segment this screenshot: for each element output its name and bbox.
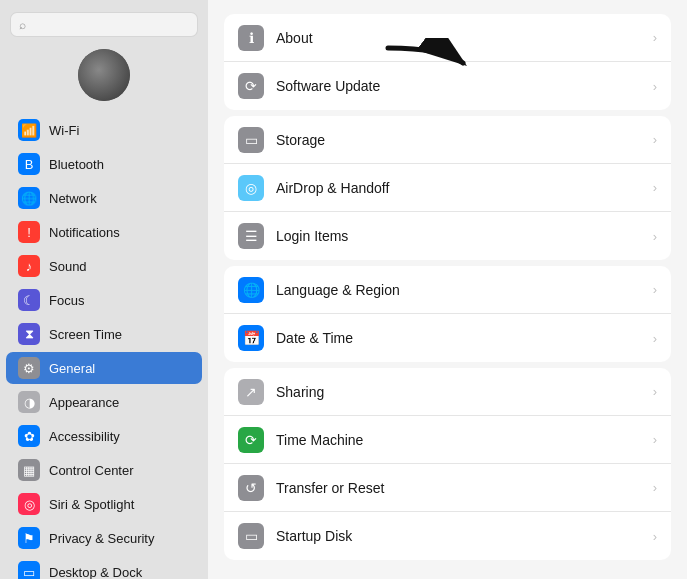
- appearance-icon: ◑: [18, 391, 40, 413]
- sidebar-label-privacy-security: Privacy & Security: [49, 531, 154, 546]
- settings-group-group3: 🌐Language & Region›📅Date & Time›: [224, 266, 671, 362]
- bluetooth-icon: B: [18, 153, 40, 175]
- date-time-icon: 📅: [238, 325, 264, 351]
- settings-row-sharing[interactable]: ↗Sharing›: [224, 368, 671, 416]
- sidebar-items: 📶Wi-FiBBluetooth🌐Network!Notifications♪S…: [0, 113, 208, 579]
- settings-row-transfer-reset[interactable]: ↺Transfer or Reset›: [224, 464, 671, 512]
- row-label-login-items: Login Items: [276, 228, 641, 244]
- wifi-icon: 📶: [18, 119, 40, 141]
- search-input[interactable]: [31, 17, 189, 32]
- sidebar-item-accessibility[interactable]: ✿Accessibility: [6, 420, 202, 452]
- settings-row-language-region[interactable]: 🌐Language & Region›: [224, 266, 671, 314]
- sidebar-item-appearance[interactable]: ◑Appearance: [6, 386, 202, 418]
- general-icon: ⚙: [18, 357, 40, 379]
- settings-row-about[interactable]: ℹAbout›: [224, 14, 671, 62]
- login-items-icon: ☰: [238, 223, 264, 249]
- sidebar-item-screen-time[interactable]: ⧗Screen Time: [6, 318, 202, 350]
- sidebar-label-general: General: [49, 361, 95, 376]
- settings-group-group4: ↗Sharing›⟳Time Machine›↺Transfer or Rese…: [224, 368, 671, 560]
- settings-row-software-update[interactable]: ⟳Software Update›: [224, 62, 671, 110]
- software-update-icon: ⟳: [238, 73, 264, 99]
- row-label-airdrop-handoff: AirDrop & Handoff: [276, 180, 641, 196]
- sidebar-label-sound: Sound: [49, 259, 87, 274]
- privacy-security-icon: ⚑: [18, 527, 40, 549]
- settings-row-login-items[interactable]: ☰Login Items›: [224, 212, 671, 260]
- chevron-icon-startup-disk: ›: [653, 529, 657, 544]
- sidebar-item-network[interactable]: 🌐Network: [6, 182, 202, 214]
- focus-icon: ☾: [18, 289, 40, 311]
- sharing-icon: ↗: [238, 379, 264, 405]
- about-icon: ℹ: [238, 25, 264, 51]
- chevron-icon-software-update: ›: [653, 79, 657, 94]
- chevron-icon-storage: ›: [653, 132, 657, 147]
- search-icon: ⌕: [19, 18, 26, 32]
- storage-icon: ▭: [238, 127, 264, 153]
- row-label-sharing: Sharing: [276, 384, 641, 400]
- sidebar-label-focus: Focus: [49, 293, 84, 308]
- sidebar-label-wifi: Wi-Fi: [49, 123, 79, 138]
- sound-icon: ♪: [18, 255, 40, 277]
- row-label-language-region: Language & Region: [276, 282, 641, 298]
- sidebar-label-appearance: Appearance: [49, 395, 119, 410]
- startup-disk-icon: ▭: [238, 523, 264, 549]
- sidebar-label-bluetooth: Bluetooth: [49, 157, 104, 172]
- sidebar-item-bluetooth[interactable]: BBluetooth: [6, 148, 202, 180]
- row-label-storage: Storage: [276, 132, 641, 148]
- sidebar-label-accessibility: Accessibility: [49, 429, 120, 444]
- sidebar-item-general[interactable]: ⚙General: [6, 352, 202, 384]
- chevron-icon-date-time: ›: [653, 331, 657, 346]
- sidebar-label-network: Network: [49, 191, 97, 206]
- settings-row-storage[interactable]: ▭Storage›: [224, 116, 671, 164]
- time-machine-icon: ⟳: [238, 427, 264, 453]
- settings-row-date-time[interactable]: 📅Date & Time›: [224, 314, 671, 362]
- siri-spotlight-icon: ◎: [18, 493, 40, 515]
- chevron-icon-time-machine: ›: [653, 432, 657, 447]
- sidebar: ⌕ 📶Wi-FiBBluetooth🌐Network!Notifications…: [0, 0, 208, 579]
- transfer-reset-icon: ↺: [238, 475, 264, 501]
- search-bar[interactable]: ⌕: [10, 12, 198, 37]
- settings-group-group1: ℹAbout›⟳Software Update›: [224, 14, 671, 110]
- accessibility-icon: ✿: [18, 425, 40, 447]
- network-icon: 🌐: [18, 187, 40, 209]
- control-center-icon: ▦: [18, 459, 40, 481]
- row-label-startup-disk: Startup Disk: [276, 528, 641, 544]
- sidebar-item-sound[interactable]: ♪Sound: [6, 250, 202, 282]
- sidebar-item-desktop-dock[interactable]: ▭Desktop & Dock: [6, 556, 202, 579]
- settings-row-airdrop-handoff[interactable]: ◎AirDrop & Handoff›: [224, 164, 671, 212]
- settings-row-startup-disk[interactable]: ▭Startup Disk›: [224, 512, 671, 560]
- chevron-icon-airdrop-handoff: ›: [653, 180, 657, 195]
- settings-row-time-machine[interactable]: ⟳Time Machine›: [224, 416, 671, 464]
- chevron-icon-transfer-reset: ›: [653, 480, 657, 495]
- airdrop-handoff-icon: ◎: [238, 175, 264, 201]
- sidebar-label-desktop-dock: Desktop & Dock: [49, 565, 142, 580]
- sidebar-item-siri-spotlight[interactable]: ◎Siri & Spotlight: [6, 488, 202, 520]
- chevron-icon-about: ›: [653, 30, 657, 45]
- desktop-dock-icon: ▭: [18, 561, 40, 579]
- chevron-icon-login-items: ›: [653, 229, 657, 244]
- avatar-container: [0, 45, 208, 111]
- sidebar-label-notifications: Notifications: [49, 225, 120, 240]
- screen-time-icon: ⧗: [18, 323, 40, 345]
- sidebar-item-privacy-security[interactable]: ⚑Privacy & Security: [6, 522, 202, 554]
- sidebar-item-focus[interactable]: ☾Focus: [6, 284, 202, 316]
- sidebar-label-siri-spotlight: Siri & Spotlight: [49, 497, 134, 512]
- notifications-icon: !: [18, 221, 40, 243]
- sidebar-label-control-center: Control Center: [49, 463, 134, 478]
- avatar[interactable]: [78, 49, 130, 101]
- row-label-software-update: Software Update: [276, 78, 641, 94]
- settings-group-group2: ▭Storage›◎AirDrop & Handoff›☰Login Items…: [224, 116, 671, 260]
- main-content: ℹAbout›⟳Software Update›▭Storage›◎AirDro…: [208, 0, 687, 579]
- row-label-time-machine: Time Machine: [276, 432, 641, 448]
- row-label-transfer-reset: Transfer or Reset: [276, 480, 641, 496]
- chevron-icon-language-region: ›: [653, 282, 657, 297]
- row-label-date-time: Date & Time: [276, 330, 641, 346]
- chevron-icon-sharing: ›: [653, 384, 657, 399]
- sidebar-item-notifications[interactable]: !Notifications: [6, 216, 202, 248]
- sidebar-item-control-center[interactable]: ▦Control Center: [6, 454, 202, 486]
- language-region-icon: 🌐: [238, 277, 264, 303]
- row-label-about: About: [276, 30, 641, 46]
- sidebar-label-screen-time: Screen Time: [49, 327, 122, 342]
- sidebar-item-wifi[interactable]: 📶Wi-Fi: [6, 114, 202, 146]
